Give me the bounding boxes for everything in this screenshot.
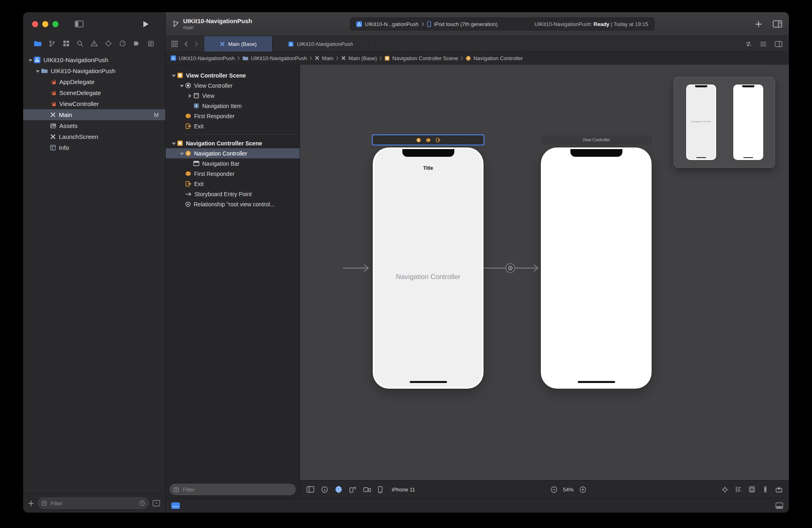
outline-row-view-controller[interactable]: View Controller — [166, 80, 300, 91]
nav-controller-scene-device[interactable]: Title Navigation Controller — [373, 147, 484, 389]
report-navigator-icon[interactable] — [147, 39, 155, 48]
symbol-navigator-icon[interactable] — [62, 39, 70, 48]
debug-navigator-icon[interactable] — [119, 39, 127, 48]
tree-item-viewcontroller[interactable]: ViewController — [23, 98, 165, 109]
outline-row-exit[interactable]: Exit — [166, 121, 300, 131]
run-destination[interactable]: iPod touch (7th generation) — [434, 21, 498, 27]
close-button[interactable] — [32, 21, 38, 27]
outline-row-first-responder-2[interactable]: First Responder — [166, 169, 300, 179]
outline-row-exit-2[interactable]: Exit — [166, 179, 300, 189]
nav-bar-title[interactable]: Title — [374, 165, 482, 171]
outline-row-view[interactable]: View — [166, 91, 300, 101]
breadcrumb-navigation-controller[interactable]: Navigation Controller — [466, 55, 523, 61]
outline-row-navigation-bar[interactable]: Navigation Bar — [166, 158, 300, 169]
orientation-icon[interactable] — [349, 486, 356, 493]
nav-controller-screen[interactable]: Title Navigation Controller — [374, 149, 482, 387]
outline-filter-field[interactable] — [170, 484, 296, 495]
back-chevron-icon[interactable] — [184, 41, 188, 47]
view-controller-screen[interactable] — [542, 149, 650, 387]
canvas-minimap[interactable]: Navigation Controller — [674, 77, 775, 168]
sidebar-toggle-icon[interactable] — [75, 20, 84, 28]
debug-area-toggle-icon[interactable] — [171, 502, 180, 509]
first-responder-icon[interactable] — [426, 138, 431, 143]
outline-row-vc-scene[interactable]: View Controller Scene — [166, 70, 300, 80]
nav-controller-scene-dock[interactable] — [373, 135, 484, 145]
outline-row-relationship[interactable]: Relationship "root view control... — [166, 199, 300, 209]
breakpoint-navigator-icon[interactable] — [132, 39, 140, 48]
tab-overview-icon[interactable] — [171, 41, 178, 47]
source-control-navigator-icon[interactable] — [48, 39, 56, 48]
navigation-controller-icon[interactable] — [416, 138, 421, 143]
breadcrumb-main-base[interactable]: Main (Base) — [341, 55, 377, 61]
navigator-filter-field[interactable] — [38, 498, 149, 509]
view-controller-scene-device[interactable] — [541, 147, 652, 389]
zoom-in-icon[interactable] — [579, 486, 586, 493]
tree-item-assets[interactable]: Assets — [23, 120, 165, 131]
root-view-controller-relationship-arrow[interactable] — [484, 262, 541, 274]
disclosure-triangle[interactable] — [27, 57, 34, 63]
breadcrumb-scene[interactable]: Navigation Controller Scene — [384, 55, 458, 61]
add-file-icon[interactable] — [28, 500, 34, 506]
editor-options-icon[interactable] — [773, 20, 782, 28]
minimap-view-controller[interactable] — [733, 84, 763, 160]
outline-filter-input[interactable] — [182, 486, 292, 493]
breadcrumb-main[interactable]: Main — [315, 55, 333, 61]
device-name-label[interactable]: iPhone 11 — [392, 487, 415, 493]
resolve-autolayout-icon[interactable] — [775, 486, 782, 493]
outline-toggle-icon[interactable] — [307, 486, 314, 493]
minimap-nav-controller[interactable]: Navigation Controller — [686, 84, 716, 160]
find-navigator-icon[interactable] — [76, 39, 84, 48]
embed-in-stack-icon[interactable] — [749, 486, 755, 493]
outline-row-navigation-item[interactable]: Navigation Item — [166, 101, 300, 111]
code-review-icon[interactable] — [745, 41, 752, 47]
disclosure-triangle[interactable] — [187, 93, 193, 99]
update-frames-icon[interactable] — [721, 486, 728, 493]
disclosure-triangle[interactable] — [179, 82, 185, 89]
tree-item-launchscreen[interactable]: LaunchScreen — [23, 131, 165, 142]
project-navigator-icon[interactable] — [34, 39, 42, 48]
tree-item-info-plist[interactable]: Info — [23, 142, 165, 153]
console-panel-icon[interactable] — [775, 502, 783, 509]
outline-row-entry-point[interactable]: Storyboard Entry Point — [166, 189, 300, 199]
tree-item-scenedelegate[interactable]: SceneDelegate — [23, 87, 165, 98]
disclosure-triangle[interactable] — [171, 72, 177, 79]
trait-info-icon[interactable] — [321, 486, 328, 493]
exit-icon[interactable] — [436, 138, 441, 143]
run-button[interactable] — [143, 21, 149, 28]
disclosure-triangle[interactable] — [35, 68, 41, 74]
library-plus-icon[interactable] — [755, 21, 762, 28]
scheme-area[interactable]: UIKit10-NavigationPush main — [172, 17, 252, 30]
recent-files-clock-icon[interactable] — [139, 500, 145, 506]
tree-item-appdelegate[interactable]: AppDelegate — [23, 76, 165, 87]
outline-row-first-responder[interactable]: First Responder — [166, 111, 300, 121]
storyboard-canvas[interactable]: Title Navigation Controller View Control… — [300, 65, 789, 480]
device-phone-icon[interactable] — [378, 486, 382, 493]
scheme-name[interactable]: UIKit10-N...gationPush — [365, 21, 419, 27]
appearance-globe-icon[interactable] — [335, 486, 342, 493]
forward-chevron-icon[interactable] — [194, 41, 198, 47]
tree-item-project-root[interactable]: UIKit10-NavigationPush — [23, 54, 165, 65]
breadcrumb-group[interactable]: UIKit10-NavigationPush — [242, 55, 307, 61]
disclosure-triangle[interactable] — [179, 150, 185, 157]
fullscreen-button[interactable] — [52, 21, 58, 27]
add-editor-icon[interactable] — [775, 41, 782, 47]
disclosure-triangle[interactable] — [171, 140, 177, 147]
storyboard-entry-arrow[interactable] — [342, 262, 374, 274]
tree-item-group[interactable]: UIKit10-NavigationPush — [23, 65, 165, 76]
view-controller-scene-dock[interactable]: View Controller — [541, 135, 652, 145]
adjust-editor-icon[interactable] — [760, 41, 767, 47]
source-control-filter-icon[interactable] — [152, 500, 160, 507]
align-icon[interactable] — [735, 486, 742, 493]
zoom-out-icon[interactable] — [551, 486, 557, 493]
issue-navigator-icon[interactable] — [90, 39, 98, 48]
zoom-level-label[interactable]: 54% — [563, 487, 574, 493]
tab-main-base[interactable]: Main (Base) — [204, 36, 272, 52]
tree-item-main-storyboard[interactable]: Main M — [23, 109, 165, 120]
breadcrumb-project[interactable]: UIKit10-NavigationPush — [171, 55, 235, 61]
scene-dock-label[interactable]: View Controller — [583, 138, 610, 142]
minimize-button[interactable] — [42, 21, 48, 27]
navigator-filter-input[interactable] — [50, 500, 137, 507]
add-constraints-icon[interactable] — [762, 486, 769, 493]
tab-project[interactable]: UIKit10-NavigationPush — [272, 36, 369, 52]
adaptive-preview-icon[interactable] — [363, 487, 371, 493]
